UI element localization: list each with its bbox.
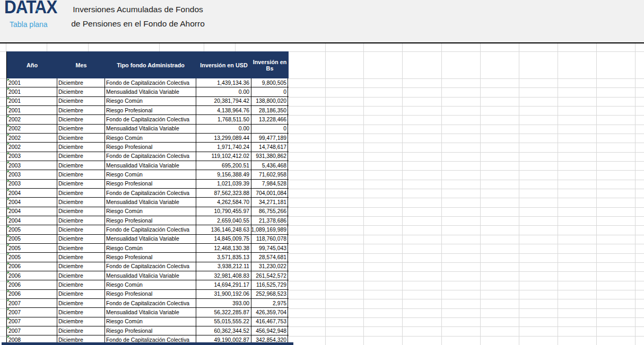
cell-month[interactable]: Diciembre bbox=[57, 262, 105, 271]
cell-fund-type[interactable]: Riesgo Común bbox=[105, 134, 196, 142]
cell-month[interactable]: Diciembre bbox=[57, 299, 105, 307]
cell-year[interactable]: 2001 bbox=[7, 106, 57, 114]
cell-year[interactable]: 2007 bbox=[7, 326, 57, 335]
cell-investment-usd[interactable]: 3,938,212.11 bbox=[196, 262, 251, 271]
column-header-tipo[interactable]: Tipo fondo Administrado bbox=[105, 51, 196, 78]
cell-investment-bs[interactable]: 28,574,681 bbox=[251, 253, 288, 261]
cell-fund-type[interactable]: Fondo de Capitalización Colectiva bbox=[105, 78, 196, 87]
cell-year[interactable]: 2007 bbox=[7, 308, 57, 316]
cell-investment-bs[interactable]: 0 bbox=[251, 87, 288, 96]
cell-month[interactable]: Diciembre bbox=[57, 326, 105, 335]
cell-investment-usd[interactable]: 0.00 bbox=[196, 87, 251, 96]
cell-investment-bs[interactable]: 1,089,169,989 bbox=[251, 225, 288, 234]
cell-fund-type[interactable]: Riesgo Profesional bbox=[105, 106, 196, 114]
cell-investment-bs[interactable]: 138,800,020 bbox=[251, 97, 288, 105]
cell-month[interactable]: Diciembre bbox=[57, 290, 105, 298]
cell-month[interactable]: Diciembre bbox=[57, 207, 105, 216]
cell-month[interactable]: Diciembre bbox=[57, 97, 105, 105]
cell-month[interactable]: Diciembre bbox=[57, 216, 105, 225]
cell-fund-type[interactable]: Riesgo Común bbox=[105, 170, 196, 179]
cell-investment-usd[interactable]: 119,102,412.02 bbox=[196, 152, 251, 161]
cell-year[interactable]: 2002 bbox=[7, 134, 57, 142]
cell-fund-type[interactable]: Mensualidad Vitalicia Variable bbox=[105, 271, 196, 280]
cell-investment-usd[interactable]: 695,200.51 bbox=[196, 161, 251, 170]
cell-year[interactable]: 2004 bbox=[7, 189, 57, 197]
cell-month[interactable]: Diciembre bbox=[57, 78, 105, 87]
cell-month[interactable]: Diciembre bbox=[57, 134, 105, 142]
cell-year[interactable]: 2001 bbox=[7, 78, 57, 87]
cell-month[interactable]: Diciembre bbox=[57, 253, 105, 261]
cell-investment-bs[interactable]: 252,968,523 bbox=[251, 290, 288, 298]
cell-fund-type[interactable]: Riesgo Profesional bbox=[105, 180, 196, 188]
cell-fund-type[interactable]: Fondo de Capitalización Colectiva bbox=[105, 262, 196, 271]
cell-fund-type[interactable]: Mensualidad Vitalicia Variable bbox=[105, 125, 196, 133]
cell-month[interactable]: Diciembre bbox=[57, 189, 105, 197]
cell-investment-usd[interactable]: 393.00 bbox=[196, 299, 251, 307]
cell-fund-type[interactable]: Riesgo Común bbox=[105, 97, 196, 105]
cell-year[interactable]: 2003 bbox=[7, 152, 57, 161]
cell-fund-type[interactable]: Riesgo Común bbox=[105, 317, 196, 326]
cell-investment-usd[interactable]: 1,439,134.36 bbox=[196, 78, 251, 87]
cell-year[interactable]: 2002 bbox=[7, 143, 57, 151]
cell-investment-bs[interactable]: 71,602,958 bbox=[251, 170, 288, 179]
cell-fund-type[interactable]: Fondo de Capitalización Colectiva bbox=[105, 299, 196, 307]
cell-year[interactable]: 2007 bbox=[7, 317, 57, 326]
cell-investment-bs[interactable]: 931,380,862 bbox=[251, 152, 288, 161]
cell-year[interactable]: 2006 bbox=[7, 280, 57, 289]
cell-investment-usd[interactable]: 60,362,344.52 bbox=[196, 326, 251, 335]
cell-month[interactable]: Diciembre bbox=[57, 152, 105, 161]
cell-year[interactable]: 2001 bbox=[7, 97, 57, 105]
cell-investment-usd[interactable]: 31,900,192.06 bbox=[196, 290, 251, 298]
cell-fund-type[interactable]: Riesgo Profesional bbox=[105, 326, 196, 335]
cell-fund-type[interactable]: Fondo de Capitalización Colectiva bbox=[105, 225, 196, 234]
cell-year[interactable]: 2005 bbox=[7, 225, 57, 234]
cell-investment-bs[interactable]: 9,800,505 bbox=[251, 78, 288, 87]
cell-fund-type[interactable]: Mensualidad Vitalicia Variable bbox=[105, 198, 196, 206]
cell-fund-type[interactable]: Mensualidad Vitalicia Variable bbox=[105, 308, 196, 316]
cell-investment-usd[interactable]: 14,845,009.75 bbox=[196, 235, 251, 243]
cell-fund-type[interactable]: Riesgo Común bbox=[105, 280, 196, 289]
cell-year[interactable]: 2002 bbox=[7, 115, 57, 123]
cell-fund-type[interactable]: Riesgo Profesional bbox=[105, 143, 196, 151]
cell-month[interactable]: Diciembre bbox=[57, 308, 105, 316]
cell-year[interactable]: 2003 bbox=[7, 170, 57, 179]
cell-investment-usd[interactable]: 12,468,130.38 bbox=[196, 244, 251, 252]
cell-investment-usd[interactable]: 10,790,455.97 bbox=[196, 207, 251, 216]
cell-investment-bs[interactable]: 704,001,084 bbox=[251, 189, 288, 197]
cell-investment-usd[interactable]: 55,015,555.22 bbox=[196, 317, 251, 326]
cell-fund-type[interactable]: Riesgo Común bbox=[105, 207, 196, 216]
cell-month[interactable]: Diciembre bbox=[57, 87, 105, 96]
cell-investment-bs[interactable]: 28,186,350 bbox=[251, 106, 288, 114]
cell-investment-usd[interactable]: 1,021,039.39 bbox=[196, 180, 251, 188]
cell-year[interactable]: 2004 bbox=[7, 198, 57, 206]
sheet-grid[interactable]: Año Mes Tipo fondo Administrado Inversió… bbox=[0, 43, 644, 345]
cell-month[interactable]: Diciembre bbox=[57, 161, 105, 170]
cell-investment-bs[interactable]: 5,436,468 bbox=[251, 161, 288, 170]
cell-investment-bs[interactable]: 99,477,189 bbox=[251, 134, 288, 142]
cell-investment-usd[interactable]: 0.00 bbox=[196, 125, 251, 133]
cell-investment-bs[interactable]: 7,984,528 bbox=[251, 180, 288, 188]
cell-year[interactable]: 2005 bbox=[7, 244, 57, 252]
cell-year[interactable]: 2006 bbox=[7, 271, 57, 280]
cell-month[interactable]: Diciembre bbox=[57, 106, 105, 114]
cell-investment-bs[interactable]: 34,271,181 bbox=[251, 198, 288, 206]
cell-year[interactable]: 2006 bbox=[7, 262, 57, 271]
cell-investment-bs[interactable]: 416,467,753 bbox=[251, 317, 288, 326]
cell-investment-bs[interactable]: 116,525,729 bbox=[251, 280, 288, 289]
cell-investment-bs[interactable]: 0 bbox=[251, 125, 288, 133]
cell-investment-bs[interactable]: 14,748,617 bbox=[251, 143, 288, 151]
cell-investment-usd[interactable]: 136,146,248.63 bbox=[196, 225, 251, 234]
column-header-ano[interactable]: Año bbox=[7, 51, 57, 78]
cell-year[interactable]: 2004 bbox=[7, 216, 57, 225]
cell-investment-usd[interactable]: 20,381,794.42 bbox=[196, 97, 251, 105]
cell-fund-type[interactable]: Mensualidad Vitalicia Variable bbox=[105, 235, 196, 243]
cell-month[interactable]: Diciembre bbox=[57, 170, 105, 179]
cell-month[interactable]: Diciembre bbox=[57, 235, 105, 243]
cell-investment-bs[interactable]: 13,228,466 bbox=[251, 115, 288, 123]
cell-month[interactable]: Diciembre bbox=[57, 143, 105, 151]
cell-investment-bs[interactable]: 2,975 bbox=[251, 299, 288, 307]
cell-investment-usd[interactable]: 32,981,408.83 bbox=[196, 271, 251, 280]
cell-fund-type[interactable]: Fondo de Capitalización Colectiva bbox=[105, 115, 196, 123]
cell-month[interactable]: Diciembre bbox=[57, 180, 105, 188]
cell-month[interactable]: Diciembre bbox=[57, 115, 105, 123]
